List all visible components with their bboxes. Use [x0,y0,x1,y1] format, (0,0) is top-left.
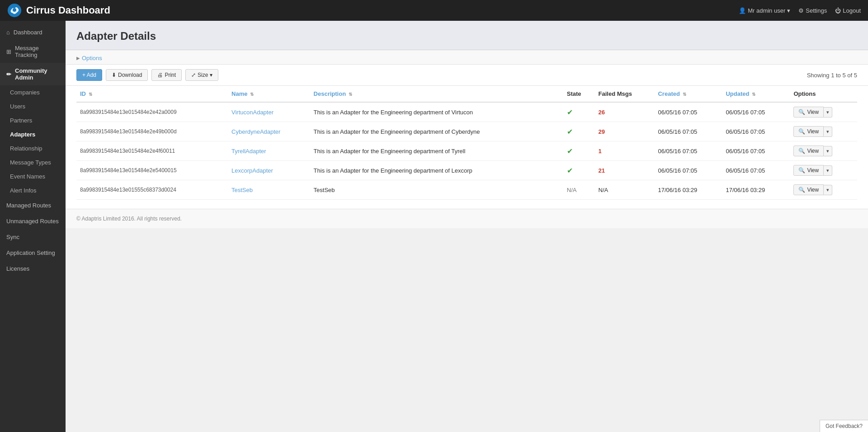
size-button[interactable]: ⤢ Size ▾ [185,69,218,81]
search-icon: 🔍 [798,148,805,154]
sidebar-item-application-setting[interactable]: Application Setting [0,245,66,261]
power-icon: ⏻ [835,7,841,14]
sidebar-item-partners[interactable]: Partners [0,113,66,127]
col-header-description[interactable]: Description ⇅ [310,86,563,102]
view-dropdown-button[interactable]: ▾ [824,165,832,176]
main-content: Adapter Details ▶ Options + Add ⬇ Downlo… [66,21,868,432]
cell-name[interactable]: TyrellAdapter [228,141,310,161]
download-icon: ⬇ [112,72,116,78]
state-ok-icon: ✔ [567,128,573,136]
cell-description: This is an Adapter for the Engineering d… [310,161,563,180]
view-dropdown-button[interactable]: ▾ [824,146,832,156]
cell-created: 06/05/16 07:05 [654,161,722,180]
user-menu[interactable]: 👤 Mr admin user ▾ [739,7,790,14]
state-ok-icon: ✔ [567,108,573,116]
cell-options: 🔍 View ▾ [790,180,857,200]
view-dropdown-button[interactable]: ▾ [824,107,832,117]
sidebar-item-community-admin[interactable]: ✏ Community Admin [0,63,66,85]
cell-name[interactable]: LexcorpAdapter [228,161,310,180]
state-ok-icon: ✔ [567,167,573,174]
search-icon: 🔍 [798,187,805,193]
table-row: 8a9983915484e13e015484e2e4f60011TyrellAd… [76,141,857,161]
failed-count: 29 [599,128,605,135]
add-button[interactable]: + Add [76,69,102,81]
view-button[interactable]: 🔍 View [793,146,824,156]
brand-title: Cirrus Dashboard [26,5,110,16]
col-header-updated[interactable]: Updated ⇅ [722,86,790,102]
page-header: Adapter Details [66,21,868,50]
gear-icon: ⚙ [798,7,804,14]
cell-name[interactable]: CyberdyneAdapter [228,122,310,141]
cell-id: 8a9983915484e13e015484e2e49b000d [76,122,228,141]
cell-id: 8a9983915484e13e015484e2e5400015 [76,161,228,180]
options-link[interactable]: ▶ Options [76,55,857,61]
adapter-name-link[interactable]: LexcorpAdapter [231,167,273,174]
sidebar-item-licenses[interactable]: Licenses [0,261,66,277]
toolbar-left: + Add ⬇ Download 🖨 Print ⤢ Size ▾ [76,69,218,81]
view-button[interactable]: 🔍 View [793,184,824,195]
size-dropdown-arrow: ▾ [210,72,212,78]
cell-updated: 06/05/16 07:05 [722,102,790,122]
table-row: 8a9983915484e13e015484e2e42a0009Virtucon… [76,102,857,122]
sidebar-item-companies[interactable]: Companies [0,85,66,99]
cell-id: 8a9983915484e13e015484e2e42a0009 [76,102,228,122]
adapter-name-link[interactable]: CyberdyneAdapter [231,128,280,135]
adapter-table: ID ⇅ Name ⇅ Description ⇅ State Failed M… [76,86,857,200]
logout-link[interactable]: ⏻ Logout [835,7,861,14]
settings-link[interactable]: ⚙ Settings [798,7,827,14]
top-navigation: Cirrus Dashboard 👤 Mr admin user ▾ ⚙ Set… [0,0,868,21]
view-button[interactable]: 🔍 View [793,107,824,117]
cell-description: This is an Adapter for the Engineering d… [310,122,563,141]
cell-name[interactable]: VirtuconAdapter [228,102,310,122]
main-layout: ⌂ Dashboard ⊞ Message Tracking ✏ Communi… [0,21,868,432]
sidebar-item-message-tracking[interactable]: ⊞ Message Tracking [0,40,66,63]
sidebar-item-managed-routes[interactable]: Managed Routes [0,197,66,213]
view-dropdown-button[interactable]: ▾ [824,127,832,137]
cell-failed-msgs: 1 [595,141,655,161]
cell-name[interactable]: TestSeb [228,180,310,200]
view-button[interactable]: 🔍 View [793,165,824,176]
cell-options: 🔍 View ▾ [790,122,857,141]
sidebar-item-alert-infos[interactable]: Alert Infos [0,183,66,197]
state-na-text: N/A [567,187,577,193]
sidebar-item-message-types[interactable]: Message Types [0,155,66,169]
adapter-name-link[interactable]: TyrellAdapter [231,148,266,155]
adapter-name-link[interactable]: TestSeb [231,187,253,193]
cell-created: 06/05/16 07:05 [654,122,722,141]
search-icon: 🔍 [798,109,805,115]
cell-id: 8a9983915484e13e015484e2e4f60011 [76,141,228,161]
grid-icon: ⊞ [6,48,11,55]
sidebar-item-event-names[interactable]: Event Names [0,169,66,183]
sidebar-item-unmanaged-routes[interactable]: Unmanaged Routes [0,213,66,229]
col-header-created[interactable]: Created ⇅ [654,86,722,102]
adapter-table-container: ID ⇅ Name ⇅ Description ⇅ State Failed M… [66,86,868,209]
col-header-id[interactable]: ID ⇅ [76,86,228,102]
cell-options: 🔍 View ▾ [790,102,857,122]
feedback-button[interactable]: Got Feedback? [820,420,868,432]
download-button[interactable]: ⬇ Download [106,69,148,81]
cell-state: N/A [563,180,595,200]
sidebar-item-sync[interactable]: Sync [0,229,66,245]
footer: © Adaptris Limited 2016. All rights rese… [66,209,868,228]
view-button[interactable]: 🔍 View [793,126,824,137]
user-icon: 👤 [739,7,746,14]
view-dropdown-button[interactable]: ▾ [824,185,832,195]
cell-failed-msgs: 21 [595,161,655,180]
sidebar-item-relationship[interactable]: Relationship [0,141,66,155]
toolbar: + Add ⬇ Download 🖨 Print ⤢ Size ▾ Showin… [66,65,868,86]
print-icon: 🖨 [157,72,163,78]
sidebar-item-dashboard[interactable]: ⌂ Dashboard [0,24,66,40]
search-icon: 🔍 [798,167,805,174]
cell-updated: 06/05/16 07:05 [722,122,790,141]
sidebar-item-users[interactable]: Users [0,99,66,113]
failed-count: 26 [599,109,605,116]
col-header-options: Options [790,86,857,102]
sidebar-item-adapters[interactable]: Adapters [0,127,66,141]
cell-updated: 17/06/16 03:29 [722,180,790,200]
print-button[interactable]: 🖨 Print [151,69,182,81]
page-title: Adapter Details [76,30,857,42]
nav-right-actions: 👤 Mr admin user ▾ ⚙ Settings ⏻ Logout [739,7,861,14]
col-header-name[interactable]: Name ⇅ [228,86,310,102]
adapter-name-link[interactable]: VirtuconAdapter [231,109,274,116]
cell-state: ✔ [563,141,595,161]
